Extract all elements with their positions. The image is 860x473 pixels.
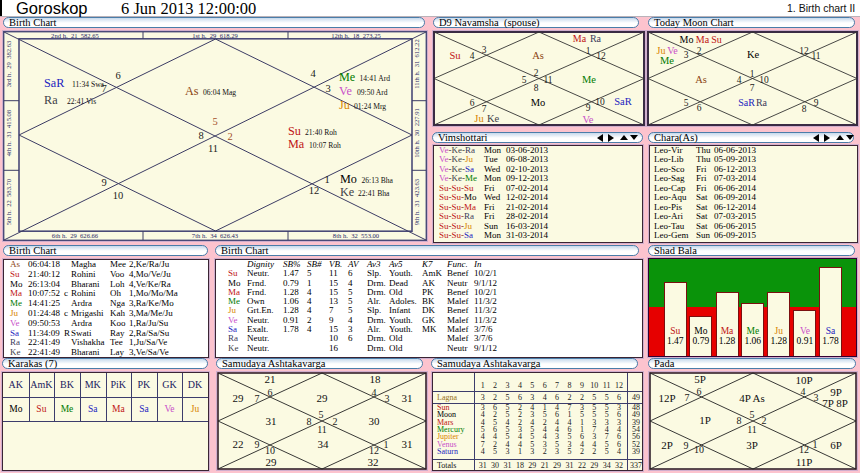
svg-text:8: 8 [802,104,807,114]
svg-text:6: 6 [268,387,273,398]
svg-text:9: 9 [101,177,106,188]
svg-text:4P As: 4P As [739,392,765,404]
svg-text:7: 7 [685,392,690,403]
svg-text:10:07 Roh: 10:07 Roh [309,141,341,150]
svg-text:12: 12 [309,185,320,196]
svg-text:9: 9 [586,103,591,113]
svg-text:1: 1 [324,174,329,185]
svg-text:6th h. 29 626.66: 6th h. 29 626.66 [52,232,99,239]
svg-text:2: 2 [534,68,539,78]
svg-text:As: As [185,84,199,98]
svg-text:Su: Su [449,50,461,61]
svg-text:8th h. 32 553.00: 8th h. 32 553.00 [333,232,380,239]
svg-text:30: 30 [369,415,381,427]
svg-text:4: 4 [372,387,377,398]
svg-text:6: 6 [470,98,475,108]
svg-text:Ve: Ve [339,84,352,98]
svg-text:3: 3 [482,45,487,55]
svg-text:1: 1 [586,46,591,56]
svg-text:2: 2 [697,46,702,56]
svg-text:12: 12 [369,445,379,456]
svg-text:10: 10 [694,444,704,455]
svg-text:Ju: Ju [339,98,350,112]
svg-text:3P: 3P [746,439,758,451]
svg-text:06:04 Mag: 06:04 Mag [203,88,236,97]
svg-text:11th h. 31 612.22: 11th h. 31 612.22 [413,39,420,88]
svg-text:As: As [695,74,707,85]
svg-text:Ma: Ma [288,137,305,151]
svg-text:Ve: Ve [582,114,593,125]
svg-text:10: 10 [595,97,605,107]
svg-text:Mo: Mo [531,97,546,108]
svg-text:7P 8P: 7P 8P [822,397,848,409]
svg-text:4: 4 [801,386,806,397]
svg-text:6: 6 [697,103,702,113]
svg-text:6: 6 [697,386,702,397]
svg-text:12: 12 [799,46,809,56]
svg-text:21:40 Roh: 21:40 Roh [305,128,337,137]
svg-text:26:13 Bha: 26:13 Bha [362,176,394,185]
svg-text:Me: Me [582,74,596,85]
svg-text:Ra: Ra [44,93,58,107]
svg-text:Ke: Ke [487,113,500,124]
svg-text:11: 11 [208,143,218,154]
svg-text:4: 4 [737,75,742,85]
svg-text:5: 5 [212,116,217,127]
svg-text:2: 2 [762,415,767,426]
svg-text:3rd h. 29 382.63: 3rd h. 29 382.63 [5,40,12,87]
svg-text:34: 34 [318,438,330,450]
svg-text:22:41 Bha: 22:41 Bha [358,189,390,198]
svg-text:4: 4 [310,68,316,79]
svg-text:31: 31 [402,392,413,404]
svg-text:As: As [532,50,544,61]
svg-text:29: 29 [233,392,245,404]
svg-text:9th h. 31 423.63: 9th h. 31 423.63 [413,178,420,225]
svg-text:10: 10 [759,75,769,85]
svg-text:8: 8 [198,130,203,141]
svg-text:9: 9 [255,439,260,450]
svg-text:11P: 11P [796,456,813,468]
svg-text:Ma: Ma [573,33,587,44]
svg-text:1: 1 [750,69,755,79]
svg-text:10th h. 30 227.91: 10th h. 30 227.91 [413,108,420,158]
svg-text:Ke: Ke [340,185,354,199]
svg-text:9: 9 [814,98,819,108]
svg-text:10P: 10P [795,374,812,386]
svg-text:2P: 2P [661,439,673,451]
svg-text:5: 5 [522,75,527,85]
svg-text:5: 5 [750,409,755,420]
svg-text:Me: Me [339,70,355,84]
svg-text:2: 2 [227,131,232,142]
svg-text:29: 29 [317,392,329,404]
svg-text:2nd h. 21 582.65: 2nd h. 21 582.65 [51,32,100,39]
svg-text:22: 22 [233,438,244,450]
svg-text:22:41 Vis: 22:41 Vis [67,97,96,106]
svg-text:12: 12 [799,444,809,455]
svg-text:Ma: Ma [696,34,710,45]
svg-text:3: 3 [325,83,330,94]
svg-text:4: 4 [470,51,475,61]
svg-text:6P: 6P [830,439,842,451]
svg-text:Ra: Ra [590,33,602,44]
svg-text:32: 32 [368,456,379,468]
svg-text:7th h. 34 626.43: 7th h. 34 626.43 [192,232,239,239]
svg-text:9: 9 [684,440,689,451]
svg-text:7: 7 [255,393,260,404]
svg-text:1st h. 29 618.29: 1st h. 29 618.29 [192,32,238,39]
svg-text:SaR: SaR [614,96,632,107]
svg-text:Su: Su [711,34,722,45]
svg-text:3: 3 [684,50,689,60]
svg-text:Ju: Ju [474,113,484,124]
svg-text:11: 11 [811,51,820,61]
svg-text:1: 1 [384,439,389,450]
svg-text:SaR: SaR [44,76,65,90]
svg-text:10: 10 [113,190,124,201]
svg-text:11: 11 [543,75,552,85]
svg-text:SaR: SaR [738,97,755,108]
svg-text:7: 7 [750,83,755,93]
svg-text:12th h. 18 273.25: 12th h. 18 273.25 [331,32,381,39]
svg-text:6: 6 [115,70,120,81]
svg-text:11:34 Swa: 11:34 Swa [72,80,105,89]
svg-text:5: 5 [319,409,324,420]
svg-text:10: 10 [265,445,275,456]
